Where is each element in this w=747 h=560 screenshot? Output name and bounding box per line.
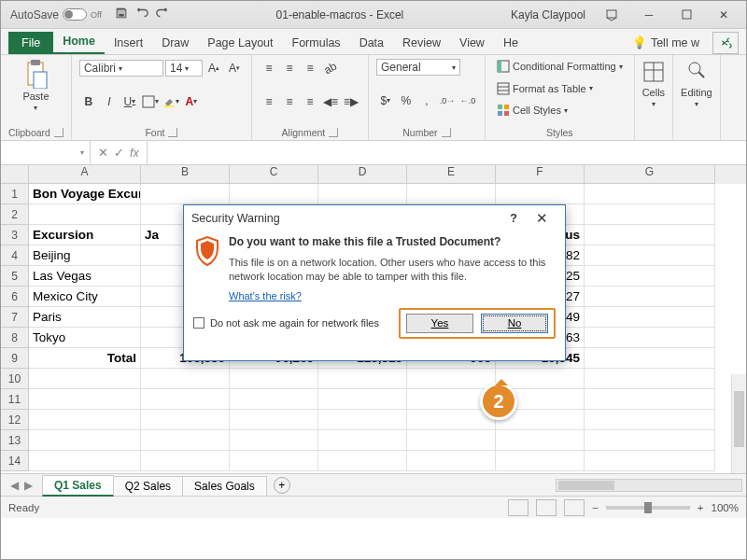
minimize-button[interactable]: ─ xyxy=(630,1,668,29)
tab-page-layout[interactable]: Page Layout xyxy=(198,33,282,54)
horizontal-scrollbar[interactable] xyxy=(556,479,742,492)
orientation-icon[interactable]: ab xyxy=(321,59,340,77)
cell[interactable] xyxy=(29,369,141,389)
undo-icon[interactable] xyxy=(135,7,148,22)
maximize-button[interactable] xyxy=(668,1,705,29)
no-button[interactable]: No xyxy=(481,314,548,333)
format-as-table-button[interactable]: Format as Table▾ xyxy=(493,81,627,96)
cell[interactable] xyxy=(585,287,715,307)
dialog-close-button[interactable]: ✕ xyxy=(527,210,557,227)
cell[interactable] xyxy=(230,410,318,430)
cell[interactable]: Mexico City xyxy=(29,287,141,307)
align-top-icon[interactable]: ≡ xyxy=(260,59,278,77)
cell[interactable] xyxy=(230,184,318,204)
row-header[interactable]: 1 xyxy=(1,184,29,204)
dialog-launcher-icon[interactable] xyxy=(168,128,177,137)
align-bottom-icon[interactable]: ≡ xyxy=(301,59,319,77)
row-header[interactable]: 14 xyxy=(1,451,29,471)
cell[interactable] xyxy=(230,389,318,410)
cell[interactable]: Las Vegas xyxy=(29,266,141,287)
cell[interactable] xyxy=(585,245,715,266)
cell[interactable] xyxy=(496,430,585,451)
cell[interactable] xyxy=(29,451,141,471)
align-left-icon[interactable]: ≡ xyxy=(260,92,278,111)
cell[interactable] xyxy=(585,225,715,245)
row-header[interactable]: 11 xyxy=(1,389,29,410)
zoom-level[interactable]: 100% xyxy=(712,502,739,513)
cell[interactable]: Beijing xyxy=(29,245,141,266)
conditional-formatting-button[interactable]: Conditional Formatting▾ xyxy=(493,59,627,74)
italic-button[interactable]: I xyxy=(100,92,119,111)
row-header[interactable]: 7 xyxy=(1,307,29,328)
decrease-decimal-icon[interactable]: ←.0 xyxy=(458,91,477,110)
cell[interactable] xyxy=(585,369,715,389)
tab-data[interactable]: Data xyxy=(350,33,393,54)
vertical-scrollbar[interactable] xyxy=(731,374,746,473)
cell[interactable] xyxy=(585,328,715,348)
name-box[interactable]: ▾ xyxy=(1,141,91,164)
row-header[interactable]: 3 xyxy=(1,225,29,245)
add-sheet-button[interactable]: + xyxy=(274,477,290,494)
cell[interactable] xyxy=(29,430,141,451)
cell[interactable] xyxy=(585,451,715,471)
col-header[interactable]: G xyxy=(585,165,715,184)
zoom-out-button[interactable]: − xyxy=(592,502,599,513)
cell-styles-button[interactable]: Cell Styles▾ xyxy=(493,103,627,118)
enter-formula-icon[interactable]: ✓ xyxy=(114,146,124,160)
col-header[interactable]: E xyxy=(407,165,496,184)
tell-me[interactable]: 💡 Tell me w xyxy=(623,32,709,54)
cell[interactable] xyxy=(585,389,715,410)
cell[interactable] xyxy=(585,348,715,369)
row-header[interactable]: 9 xyxy=(1,348,29,369)
cell[interactable]: Bon Voyage Excursio xyxy=(29,184,141,204)
dialog-launcher-icon[interactable] xyxy=(442,128,451,137)
editing-button[interactable]: Editing▾ xyxy=(681,59,712,108)
bold-button[interactable]: B xyxy=(79,92,98,111)
tab-help[interactable]: He xyxy=(494,33,528,54)
tab-formulas[interactable]: Formulas xyxy=(283,33,350,54)
decrease-indent-icon[interactable]: ◀≡ xyxy=(321,92,340,111)
cell[interactable]: Total xyxy=(29,348,141,369)
redo-icon[interactable] xyxy=(156,7,169,22)
share-button[interactable] xyxy=(712,32,739,54)
cell[interactable] xyxy=(141,389,230,410)
user-name[interactable]: Kayla Claypool xyxy=(503,8,593,21)
cell[interactable] xyxy=(407,184,496,204)
increase-indent-icon[interactable]: ≡▶ xyxy=(342,92,360,111)
cell[interactable] xyxy=(29,389,141,410)
row-header[interactable]: 8 xyxy=(1,328,29,348)
number-format-select[interactable]: General▾ xyxy=(376,59,460,76)
col-header[interactable]: D xyxy=(318,165,407,184)
close-button[interactable]: ✕ xyxy=(705,1,742,29)
cell[interactable] xyxy=(318,184,407,204)
cell[interactable] xyxy=(141,184,230,204)
border-button[interactable]: ▾ xyxy=(141,92,160,111)
cell[interactable] xyxy=(141,369,230,389)
ribbon-options-icon[interactable] xyxy=(593,1,630,29)
col-header[interactable]: A xyxy=(29,165,141,184)
cell[interactable] xyxy=(585,410,715,430)
cell[interactable] xyxy=(29,410,141,430)
cell[interactable] xyxy=(230,369,318,389)
grow-font-icon[interactable]: A▴ xyxy=(204,59,223,77)
cell[interactable] xyxy=(230,430,318,451)
cell[interactable] xyxy=(141,410,230,430)
align-center-icon[interactable]: ≡ xyxy=(280,92,299,111)
tab-insert[interactable]: Insert xyxy=(105,33,152,54)
cell[interactable] xyxy=(318,451,407,471)
select-all-corner[interactable] xyxy=(1,165,29,184)
row-header[interactable]: 6 xyxy=(1,287,29,307)
tab-view[interactable]: View xyxy=(450,33,494,54)
sheet-tab-goals[interactable]: Sales Goals xyxy=(182,476,267,496)
cell[interactable]: Tokyo xyxy=(29,328,141,348)
percent-icon[interactable]: % xyxy=(397,91,416,110)
cell[interactable] xyxy=(407,430,496,451)
underline-button[interactable]: U▾ xyxy=(120,92,139,111)
currency-icon[interactable]: $▾ xyxy=(376,91,395,110)
cell[interactable] xyxy=(318,389,407,410)
align-middle-icon[interactable]: ≡ xyxy=(280,59,299,77)
dialog-launcher-icon[interactable] xyxy=(54,128,63,137)
cancel-formula-icon[interactable]: ✕ xyxy=(98,146,108,160)
page-break-view-icon[interactable] xyxy=(564,499,585,516)
tab-draw[interactable]: Draw xyxy=(152,33,198,54)
